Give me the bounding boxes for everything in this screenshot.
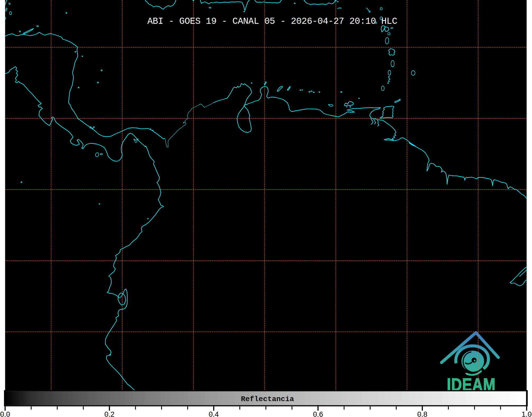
svg-text:0.2: 0.2 bbox=[104, 410, 114, 417]
svg-text:0.6: 0.6 bbox=[313, 410, 323, 417]
svg-text:ABI - GOES 19 - CANAL 05 - 202: ABI - GOES 19 - CANAL 05 - 2026-04-27 20… bbox=[147, 16, 397, 26]
svg-text:0.0: 0.0 bbox=[0, 410, 10, 417]
svg-text:Reflectancia: Reflectancia bbox=[241, 395, 294, 403]
svg-text:0.4: 0.4 bbox=[209, 410, 219, 417]
svg-text:0.8: 0.8 bbox=[417, 410, 427, 417]
svg-text:1.0: 1.0 bbox=[522, 410, 532, 417]
